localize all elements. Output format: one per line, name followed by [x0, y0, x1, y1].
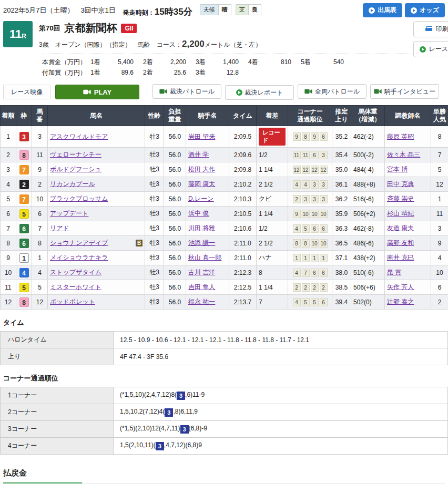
- cell-horse-weight: 438(+2): [351, 251, 385, 265]
- horse-link[interactable]: リアド: [50, 224, 69, 232]
- cell-finish-position: 9: [1, 251, 16, 265]
- cell-corner-positions: 4433: [288, 177, 332, 192]
- cell-jockey: 酒井 学: [186, 148, 229, 162]
- trainer-link[interactable]: 藤原 英昭: [387, 133, 414, 140]
- cell-win-popularity: 2: [431, 295, 448, 310]
- trainer-link[interactable]: 田中 克典: [387, 180, 414, 188]
- cell-sex-age: 牡3: [145, 280, 164, 295]
- horse-link[interactable]: ヴェローナシチー: [50, 151, 101, 158]
- trainer-link[interactable]: 南井 克巳: [387, 254, 414, 261]
- prize-amount: 810: [264, 58, 291, 66]
- jockey-link[interactable]: 川田 将雅: [188, 224, 215, 232]
- cell-corner-positions: 2222: [288, 280, 332, 295]
- time-row-value: 12.5 - 10.9 - 10.6 - 12.1 - 12.1 - 12.1 …: [114, 332, 448, 348]
- jockey-link[interactable]: 吉田 隼人: [188, 283, 215, 291]
- weather-value: 晴: [219, 4, 231, 15]
- cell-jockey: 池添 謙一: [186, 236, 229, 251]
- horse-link[interactable]: ブラックブロッサム: [50, 195, 108, 202]
- jockey-link[interactable]: D.レーン: [188, 195, 214, 202]
- corner-position: 1: [320, 254, 328, 262]
- column-header: 馬名: [48, 106, 145, 126]
- cell-trainer: 田中 克典: [385, 177, 431, 192]
- jockey-link[interactable]: 浜中 俊: [188, 210, 209, 217]
- conditions-badges: 天候 晴 芝 良: [200, 4, 261, 15]
- cell-time: 2:09.5: [229, 126, 257, 148]
- cell-horse-number: 1: [32, 251, 48, 265]
- trainer-link[interactable]: 斉藤 崇史: [387, 195, 414, 202]
- corner-position: 10: [311, 239, 319, 248]
- cell-jockey: 川田 将雅: [186, 221, 229, 236]
- print-page-button[interactable]: 印刷用ページ: [413, 21, 448, 37]
- jockey-link[interactable]: 酒井 学: [188, 151, 209, 158]
- horse-link[interactable]: アップデート: [50, 210, 88, 217]
- corner-order-table: 1コーナー(*1,5,10)(2,4,7,12)8(3,6)11-92コーナー1…: [0, 387, 448, 455]
- horse-link[interactable]: アスクワイルドモア: [50, 133, 108, 140]
- cell-trainer: 宮本 博: [385, 162, 431, 177]
- frame-badge: 6: [19, 224, 29, 233]
- cell-horse-name: ストップザタイム: [48, 265, 145, 280]
- cell-trainer: 矢作 芳人: [385, 280, 431, 295]
- cell-sex-age: 牡3: [145, 177, 164, 192]
- cell-time: 2:10.3: [229, 192, 257, 207]
- button-label: 全周パトロール: [315, 87, 360, 96]
- jockey-link[interactable]: 岩田 望来: [188, 133, 215, 140]
- cell-last-3f: 36.5: [332, 236, 351, 251]
- trainer-link[interactable]: 杉山 晴紀: [387, 210, 414, 217]
- jockey-interview-button[interactable]: 騎手インタビュー: [370, 84, 439, 99]
- trainer-link[interactable]: 昆 貢: [387, 269, 401, 276]
- circle-arrow-icon: [236, 89, 242, 96]
- cell-finish-position: 2: [1, 148, 16, 162]
- prize-amount: 5,400: [106, 58, 134, 66]
- corner-position: 9: [293, 210, 301, 218]
- corner-position: 3: [311, 195, 319, 203]
- odds-button[interactable]: オッズ: [405, 3, 445, 17]
- corner-row-label: 4コーナー: [1, 438, 114, 455]
- cell-jockey: 古川 吉洋: [186, 265, 229, 280]
- camera-icon: [304, 89, 312, 94]
- cell-horse-weight: 506(+6): [351, 280, 385, 295]
- prize-amount: 1,400: [211, 58, 239, 66]
- cell-horse-weight: 506(+2): [351, 207, 385, 221]
- horse-link[interactable]: ボルドグフーシュ: [50, 166, 101, 173]
- stewards-patrol-button[interactable]: 裁決パトロール: [152, 84, 221, 99]
- trainer-link[interactable]: 宮本 博: [387, 166, 408, 173]
- corner-position: 2: [293, 195, 301, 203]
- jockey-link[interactable]: 古川 吉洋: [188, 269, 215, 276]
- cell-horse-weight: 502(0): [351, 295, 385, 310]
- stewards-report-button[interactable]: 裁決レポート: [225, 85, 294, 100]
- horse-link[interactable]: リカンカブール: [50, 180, 95, 188]
- horse-link[interactable]: メイショウラナキラ: [50, 254, 108, 261]
- horse-link[interactable]: ミスターホワイト: [50, 283, 101, 291]
- horse-link[interactable]: ポッドボレット: [50, 298, 95, 305]
- circle-arrow-icon: [411, 7, 417, 14]
- time-row-value: 4F 47.4 - 3F 35.6: [114, 348, 448, 365]
- trainer-link[interactable]: 友道 康夫: [387, 224, 414, 232]
- highlighted-horse-number: 3: [180, 425, 189, 434]
- cell-trainer: 高野 友和: [385, 236, 431, 251]
- cell-horse-weight: 462(-2): [351, 126, 385, 148]
- frame-badge: 7: [19, 165, 29, 174]
- jockey-link[interactable]: 藤岡 康太: [188, 180, 215, 188]
- prize-place: 1着: [90, 68, 106, 77]
- trainer-link[interactable]: 高野 友和: [387, 239, 414, 246]
- trainer-link[interactable]: 矢作 芳人: [387, 283, 414, 291]
- jockey-link[interactable]: 秋山 真一郎: [188, 254, 221, 261]
- prize-amount: 12.8: [211, 69, 239, 76]
- jockey-link[interactable]: 池添 謙一: [188, 239, 215, 246]
- trainer-link[interactable]: 辻野 泰之: [387, 298, 414, 305]
- cell-horse-name: ヴェローナシチー: [48, 148, 145, 162]
- corner-position: 2: [293, 283, 301, 292]
- horse-link[interactable]: ストップザタイム: [50, 269, 101, 276]
- play-button[interactable]: PLAY: [55, 85, 139, 99]
- cell-corner-positions: 9896: [288, 126, 332, 148]
- horse-link[interactable]: ショウナンアデイブ: [50, 239, 108, 246]
- cell-carried-weight: 56.0: [164, 236, 186, 251]
- cell-time: 2:10.2: [229, 177, 257, 192]
- cell-last-3f: 38.0: [332, 265, 351, 280]
- entries-button[interactable]: 出馬表: [363, 3, 402, 17]
- trainer-link[interactable]: 佐々木 晶三: [387, 151, 420, 158]
- full-course-patrol-button[interactable]: 全周パトロール: [298, 84, 366, 99]
- jockey-link[interactable]: 松田 大作: [188, 166, 215, 173]
- jockey-link[interactable]: 福永 祐一: [188, 298, 215, 305]
- result-guide-button[interactable]: レース結果の見方: [413, 41, 448, 57]
